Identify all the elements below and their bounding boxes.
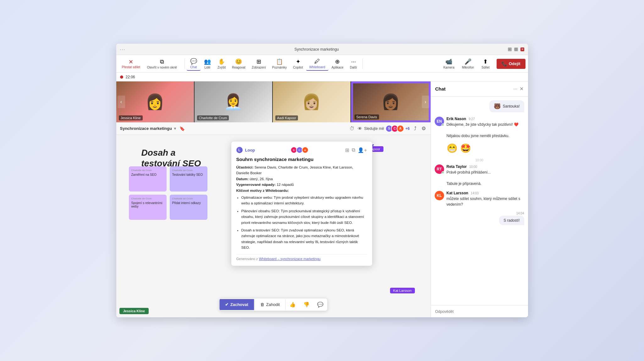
chat-tab[interactable]: 💬 Chat: [187, 57, 201, 71]
discard-button[interactable]: 🗑 Zahodit: [254, 299, 285, 310]
minimize-button[interactable]: −: [508, 47, 512, 51]
camera-label: Kamera: [443, 66, 454, 69]
chat-header-icons: ··· ✕: [513, 86, 523, 92]
notes-label: Poznámky: [272, 66, 287, 69]
avatar-count: +6: [405, 126, 410, 131]
timer-icon[interactable]: ⏱: [350, 126, 355, 131]
wb-card-4[interactable]: Charlotte de Crum Přidat interní odkazy: [170, 195, 207, 220]
keep-button[interactable]: ✔ Zachovat: [219, 299, 254, 310]
video-card-jessica[interactable]: 👩 Jessica Kline: [116, 81, 195, 122]
close-button[interactable]: ✕: [520, 47, 524, 51]
share-meeting-icon[interactable]: ⤴: [413, 125, 417, 132]
notes-icon: 📋: [276, 58, 283, 65]
loop-bullets: Optimalizace webu: Tým probral vylepšení…: [236, 195, 367, 251]
stop-share-button[interactable]: ✕ Přestat sdílet: [119, 57, 143, 70]
whiteboard-area[interactable]: Dosah a testování SEO Charlotte de Crum …: [116, 135, 431, 317]
loop-add-icon[interactable]: 👤+: [358, 147, 367, 153]
santouka-emoji: 🐻: [494, 103, 501, 110]
more-button[interactable]: ··· Další: [347, 57, 361, 70]
toolbar-separator-1: [184, 59, 185, 69]
recording-bar: 22:06: [116, 73, 528, 81]
leave-button[interactable]: 📞 Odejít: [497, 59, 526, 69]
loop-ideas-row: Vygenerované nápady: 12 nápadů: [236, 183, 294, 186]
loop-participants: Serena Davis, Charlotte de Crum, Jessica…: [236, 165, 353, 175]
main-content: 👩 Jessica Kline 👩‍💼 Charlotte de Crum 👩🏼…: [116, 81, 528, 317]
right-message-wrap: 14:04 S radostí!: [435, 212, 524, 225]
comment-button[interactable]: 💬: [313, 298, 327, 311]
chat-title: Chat: [435, 86, 511, 92]
loop-bullet-1: Optimalizace webu: Tým probral vylepšení…: [241, 195, 367, 206]
copilot-icon: ✦: [296, 58, 300, 65]
loop-copy-icon[interactable]: ⧉: [352, 147, 355, 153]
meeting-title: Synchronizace marketingu ▼ 🔖: [120, 126, 185, 131]
video-nav-right-button[interactable]: ›: [422, 96, 429, 108]
mic-button[interactable]: 🎤 Mikrofon: [459, 57, 477, 70]
follow-me-button[interactable]: 👁 Sledujte mě: [358, 126, 384, 131]
chat-msg-header-erik: Erik Nason 9:27: [447, 117, 524, 121]
wb-card-1[interactable]: Charlotte de Crum Zaměření na SEO: [129, 166, 167, 192]
chat-more-icon[interactable]: ···: [513, 86, 517, 92]
bookmark-icon[interactable]: 🔖: [179, 126, 185, 131]
chevron-down-icon[interactable]: ▼: [173, 126, 177, 131]
reply-input[interactable]: [435, 309, 524, 314]
raise-button[interactable]: ✋ Zvýšit: [214, 57, 229, 70]
react-button[interactable]: 😊 Reagovat: [229, 57, 249, 70]
video-card-serena[interactable]: 👩🏾 Serena Davis: [351, 81, 431, 122]
chat-text-reta: Právě probíhá přihlášení...Tabule je při…: [447, 169, 524, 186]
video-card-aadi[interactable]: 👩🏼 Aadi Kapoor: [273, 81, 351, 122]
react-icon: 😊: [235, 58, 242, 65]
whiteboard-icon: 🖊: [314, 58, 320, 65]
video-card-charlotte[interactable]: 👩‍💼 Charlotte de Crum: [195, 81, 273, 122]
follow-icon: 👁: [358, 126, 362, 131]
people-tab[interactable]: 👥 Lidé: [201, 57, 214, 70]
video-name-charlotte: Charlotte de Crum: [197, 115, 229, 120]
loop-body: Účastníci: Serena Davis, Charlotte de Cr…: [236, 164, 367, 250]
right-message-bubble: S radostí!: [499, 216, 524, 225]
wb-card-2[interactable]: Charlotte de Crum Testování taktiky SEO: [170, 166, 207, 192]
notes-button[interactable]: 📋 Poznámky: [269, 57, 290, 70]
chat-msg-content-kat: Kat Larsson 14:03 můžete sdílet souhrn, …: [447, 191, 524, 207]
action-bar: ✔ Zachovat 🗑 Zahodit 👍 👎 💬: [219, 298, 328, 311]
loop-icons: ⊞ ⧉ 👤+: [345, 147, 367, 153]
loop-bullet-3: Dosah a testování SEO: Tým zvažoval opti…: [241, 227, 367, 251]
thumbs-down-button[interactable]: 👎: [300, 298, 313, 311]
loop-grid-icon[interactable]: ⊞: [345, 147, 349, 153]
settings-icon[interactable]: ⚙: [421, 125, 427, 132]
chat-close-icon[interactable]: ✕: [520, 86, 524, 92]
loop-footer-link[interactable]: Whiteboard – synchronizace marketingu: [259, 257, 321, 261]
chat-sender-reta: Reta Taylor: [447, 164, 467, 169]
open-window-button[interactable]: ⧉ Otevřít v novém okně: [144, 57, 180, 70]
apps-button[interactable]: ⊕ Aplikace: [328, 57, 347, 70]
view-button[interactable]: ⊞ Zobrazení: [249, 57, 269, 70]
whiteboard-tab[interactable]: 🖊 Whiteboard: [306, 57, 328, 71]
wb-card-3[interactable]: Charlotte de Crum Spojení s relevantními…: [129, 195, 167, 220]
video-nav-left-button[interactable]: ‹: [118, 96, 125, 108]
apps-label: Aplikace: [332, 66, 344, 69]
meeting-controls-row: Synchronizace marketingu ▼ 🔖 ⏱ 👁 Sledujt…: [116, 122, 431, 135]
thumbs-up-button[interactable]: 👍: [286, 298, 300, 311]
loop-date: úterý, 26. října: [250, 177, 273, 181]
app-window: ··· Synchronizace marketingu − □ ✕ ✕ Pře…: [116, 44, 528, 317]
maximize-button[interactable]: □: [514, 47, 518, 51]
copilot-button[interactable]: ✦ Copilot: [290, 57, 306, 70]
meeting-title-text: Synchronizace marketingu: [120, 126, 172, 131]
chat-time-erik: 9:27: [469, 117, 475, 121]
avatar-wrap-reta: RT: [435, 164, 444, 174]
open-window-label: Otevřít v novém okně: [147, 66, 177, 69]
title-bar-menu[interactable]: ···: [120, 47, 126, 52]
wb-card-1-label: Zaměření na SEO: [131, 173, 164, 176]
chat-sender-kat: Kat Larsson: [447, 191, 468, 195]
right-message-time: 14:04: [516, 212, 524, 215]
recording-time: 22:06: [126, 75, 135, 79]
chat-messages: 🐻 Santouka! EN Erik Nason: [431, 97, 528, 305]
stop-icon: ✕: [129, 58, 133, 65]
whiteboard-cards: Charlotte de Crum Zaměření na SEO Charlo…: [129, 166, 207, 220]
emoji-happy: 😁: [447, 143, 458, 153]
chat-msg-header-kat: Kat Larsson 14:03: [447, 191, 524, 195]
share-button[interactable]: ⬆ Sdílet: [478, 57, 493, 70]
more-label: Další: [350, 66, 357, 69]
camera-button[interactable]: 📹 Kamera: [440, 57, 458, 70]
share-label: Sdílet: [482, 66, 490, 69]
wb-card-3-label: Spojení s relevantními weby: [131, 201, 164, 208]
avatar-wrap-kat: KL: [435, 191, 444, 200]
